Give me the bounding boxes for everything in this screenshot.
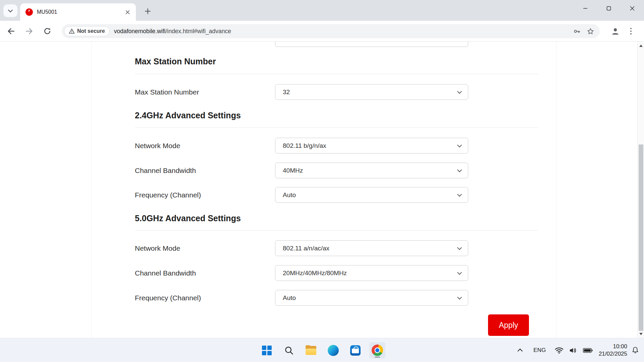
close-icon: [125, 10, 130, 14]
person-icon: [611, 27, 620, 36]
channel-bandwidth-5-select[interactable]: 20MHz/40MHz/80MHz: [275, 265, 468, 281]
window-close-button[interactable]: [621, 0, 644, 17]
clock[interactable]: 10:0021/02/2025: [599, 343, 627, 358]
browser-toolbar: Not secure vodafonemobile.wifi/index.htm…: [0, 21, 644, 42]
chrome-icon: [372, 345, 383, 356]
field-label-frequency-channel-24: Frequency (Channel): [135, 191, 201, 199]
forward-button[interactable]: [22, 24, 37, 39]
browser-tab-strip: ’ MU5001: [0, 0, 644, 21]
browser-menu-icon[interactable]: [626, 26, 636, 36]
select-value: Auto: [283, 191, 296, 199]
bell-icon: [631, 346, 639, 354]
field-label-max-station-number: Max Station Number: [135, 88, 199, 96]
chevron-down-icon: [457, 89, 462, 94]
select-value: Auto: [283, 294, 296, 302]
tab-title: MU5001: [37, 9, 123, 15]
file-explorer-button[interactable]: [303, 342, 319, 358]
form-row: Max Station Number 32: [135, 84, 538, 100]
max-station-number-select[interactable]: 32: [275, 84, 468, 100]
microsoft-store-icon: [350, 345, 361, 356]
warning-icon: [69, 28, 75, 34]
section-heading-max-station: Max Station Number: [135, 57, 216, 66]
maximize-icon: [606, 6, 611, 11]
store-button[interactable]: [347, 342, 363, 358]
partially-visible-select[interactable]: [275, 42, 468, 47]
profile-icon[interactable]: [608, 24, 622, 38]
select-value: 802.11 a/n/ac/ax: [283, 245, 329, 252]
section-heading-24ghz: 2.4GHz Advanced Settings: [135, 111, 241, 120]
select-value: 20MHz/40MHz/80MHz: [283, 269, 347, 277]
system-tray: ENG 10:0021/02/2025: [518, 338, 644, 362]
browser-tab[interactable]: ’ MU5001: [20, 3, 136, 21]
scrollbar-down-arrow[interactable]: [638, 330, 644, 337]
field-label-channel-bandwidth-5: Channel Bandwidth: [135, 269, 196, 277]
taskbar-center-icons: [259, 338, 385, 362]
chrome-button[interactable]: [369, 342, 385, 358]
reload-icon: [43, 27, 52, 36]
three-dots-icon: [630, 28, 632, 35]
start-button[interactable]: [259, 342, 275, 358]
forward-arrow-icon: [25, 27, 34, 36]
tab-close-icon[interactable]: [123, 8, 132, 16]
edge-button[interactable]: [325, 342, 341, 358]
form-row: Channel Bandwidth 20MHz/40MHz/80MHz: [135, 265, 538, 281]
window-minimize-button[interactable]: [574, 0, 597, 17]
back-button[interactable]: [4, 24, 18, 39]
tray-expand-button[interactable]: [518, 348, 522, 353]
chevron-down-icon: [457, 295, 462, 299]
field-label-frequency-channel-5: Frequency (Channel): [135, 294, 201, 302]
scrollbar-up-arrow[interactable]: [638, 42, 644, 49]
battery-icon[interactable]: [583, 348, 593, 353]
notification-bell[interactable]: [631, 346, 639, 354]
field-label-channel-bandwidth-24: Channel Bandwidth: [135, 167, 196, 175]
taskbar: ENG 10:0021/02/2025: [0, 338, 644, 362]
scrollbar-thumb[interactable]: [639, 144, 643, 331]
url-path: /index.html#wifi_advance: [165, 28, 231, 35]
security-label: Not secure: [77, 28, 105, 34]
form-row: Frequency (Channel) Auto: [135, 290, 538, 306]
frequency-channel-24-select[interactable]: Auto: [275, 187, 468, 203]
windows-logo-icon: [262, 346, 272, 355]
search-button[interactable]: [281, 342, 297, 358]
new-tab-button[interactable]: [142, 5, 154, 17]
select-value: 32: [283, 88, 290, 96]
chevron-down-icon: [457, 192, 462, 196]
back-arrow-icon: [7, 27, 15, 36]
section-heading-5ghz: 5.0GHz Advanced Settings: [135, 214, 241, 223]
url-text: vodafonemobile.wifi/index.html#wifi_adva…: [114, 28, 573, 35]
channel-bandwidth-24-select[interactable]: 40MHz: [275, 163, 468, 178]
field-label-network-mode-5: Network Mode: [135, 244, 180, 252]
chevron-down-icon: [457, 167, 462, 172]
plus-icon: [145, 8, 151, 14]
reload-button[interactable]: [40, 24, 55, 39]
password-key-icon[interactable]: [573, 27, 581, 35]
bookmark-star-icon[interactable]: [587, 27, 594, 35]
search-icon: [284, 346, 294, 355]
frequency-channel-5-select[interactable]: Auto: [275, 290, 468, 306]
edge-icon: [328, 345, 339, 356]
tab-search-button[interactable]: [3, 4, 17, 17]
triangle-up-icon: [639, 45, 643, 47]
close-icon: [630, 6, 635, 11]
select-value: 802.11 b/g/n/ax: [283, 142, 326, 149]
form-row: Network Mode 802.11 b/g/n/ax: [135, 138, 538, 154]
volume-icon[interactable]: [569, 347, 577, 354]
not-secure-chip[interactable]: Not secure: [64, 26, 110, 36]
address-bar[interactable]: Not secure vodafonemobile.wifi/index.htm…: [62, 24, 600, 38]
network-mode-5-select[interactable]: 802.11 a/n/ac/ax: [275, 240, 468, 256]
page-scrollbar[interactable]: [637, 42, 644, 338]
network-mode-24-select[interactable]: 802.11 b/g/n/ax: [275, 138, 468, 154]
omnibox-actions: [573, 27, 594, 35]
window-maximize-button[interactable]: [597, 0, 621, 17]
clock-date: 21/02/2025: [599, 350, 627, 358]
divider: [135, 127, 538, 128]
form-row: Channel Bandwidth 40MHz: [135, 163, 538, 178]
folder-icon: [306, 346, 316, 355]
url-domain: vodafonemobile.wifi: [114, 28, 166, 35]
language-indicator[interactable]: ENG: [533, 347, 546, 354]
window-controls: [574, 0, 644, 17]
wifi-icon[interactable]: [555, 347, 564, 354]
apply-button[interactable]: Apply: [488, 314, 529, 336]
triangle-down-icon: [639, 333, 643, 335]
page-content: Max Station Number Max Station Number 32…: [0, 42, 637, 338]
